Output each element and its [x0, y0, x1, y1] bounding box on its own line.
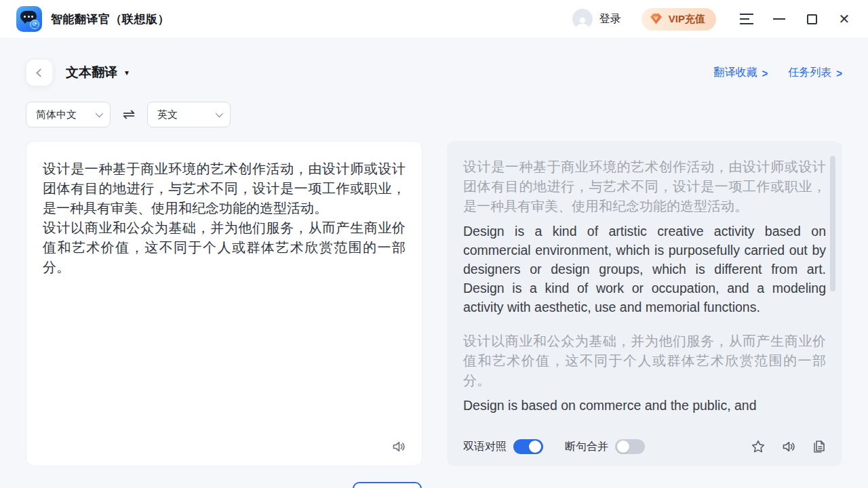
window-controls: ✕ [739, 12, 852, 26]
chevron-right-icon: > [836, 66, 842, 79]
vip-label[interactable]: VIP充值 [669, 13, 705, 26]
result-paragraph-cn: 设计是一种基于商业环境的艺术创作活动，由设计师或设计团体有目的地进行，与艺术不同… [463, 157, 826, 216]
back-button[interactable] [26, 59, 53, 86]
result-paragraph-cn: 设计以商业和公众为基础，并为他们服务，从而产生商业价值和艺术价值，这不同于个人或… [463, 331, 826, 390]
titlebar: ⟳ 智能翻译官（联想版） 登录 V [0, 0, 868, 39]
source-text-panel[interactable]: 设计是一种基于商业环境的艺术创作活动，由设计师或设计团体有目的地进行，与艺术不同… [26, 141, 422, 466]
language-bar: 简体中文 ⇌ 英文 [26, 102, 231, 127]
sentence-merge-toggle-group[interactable]: 断句合并 [565, 439, 645, 454]
avatar-icon[interactable] [572, 9, 593, 29]
sentence-merge-toggle[interactable] [615, 439, 645, 454]
source-text-input[interactable]: 设计是一种基于商业环境的艺术创作活动，由设计师或设计团体有目的地进行，与艺术不同… [26, 142, 422, 277]
result-paragraph-en: Design is a kind of artistic creative ac… [463, 222, 826, 317]
link-task-list[interactable]: 任务列表 > [788, 66, 842, 80]
titlebar-right: 登录 V VIP充值 [572, 8, 852, 30]
result-footer: 双语对照 断句合并 [447, 427, 842, 466]
translation-panels: 设计是一种基于商业环境的艺术创作活动，由设计师或设计团体有目的地进行，与艺术不同… [26, 141, 842, 466]
chat-bubble-tail [22, 20, 28, 24]
main-content: 文本翻译 ▼ 翻译收藏 > 任务列表 > 简体中文 ⇌ 英文 [0, 39, 868, 488]
link-translation-favorites[interactable]: 翻译收藏 > [713, 66, 768, 80]
toggle-label: 断句合并 [565, 440, 608, 454]
translate-button[interactable] [353, 482, 422, 488]
app-logo-icon: ⟳ [16, 6, 42, 32]
vip-recharge-button[interactable]: V VIP充值 [642, 8, 716, 30]
page-title-dropdown[interactable]: 文本翻译 ▼ [66, 64, 130, 81]
source-language-select[interactable]: 简体中文 [26, 102, 111, 127]
result-actions [750, 439, 827, 455]
minimize-icon[interactable] [772, 12, 787, 26]
chevron-down-icon [216, 110, 223, 117]
titlebar-left: ⟳ 智能翻译官（联想版） [16, 6, 170, 32]
nav-row: 文本翻译 ▼ 翻译收藏 > 任务列表 > [26, 59, 842, 86]
favorite-star-icon[interactable] [750, 439, 766, 455]
result-paragraph-en: Design is based on commerce and the publ… [463, 396, 826, 415]
maximize-icon[interactable] [804, 12, 819, 26]
toggle-label: 双语对照 [463, 440, 507, 454]
target-language-select[interactable]: 英文 [147, 102, 231, 127]
chevron-down-icon [96, 110, 103, 117]
swap-languages-icon[interactable]: ⇌ [111, 106, 147, 123]
chevron-right-icon: > [762, 66, 768, 79]
svg-text:V: V [654, 15, 658, 21]
speaker-icon[interactable] [391, 439, 407, 455]
refresh-badge-icon: ⟳ [30, 20, 39, 29]
source-language-value: 简体中文 [36, 108, 77, 121]
login-button[interactable]: 登录 [572, 9, 621, 29]
speaker-icon[interactable] [781, 439, 797, 455]
link-label: 翻译收藏 [713, 66, 757, 80]
copy-icon[interactable] [811, 439, 827, 455]
toggle-knob [529, 441, 541, 453]
caret-down-icon: ▼ [123, 69, 130, 77]
nav-links: 翻译收藏 > 任务列表 > [713, 66, 842, 80]
page-title: 文本翻译 [66, 64, 117, 81]
target-language-value: 英文 [157, 108, 178, 121]
toggle-knob [617, 441, 629, 453]
close-icon[interactable]: ✕ [837, 12, 852, 26]
translation-result-panel: 设计是一种基于商业环境的艺术创作活动，由设计师或设计团体有目的地进行，与艺术不同… [447, 141, 842, 466]
vip-badge-icon: V [648, 12, 664, 26]
bilingual-compare-toggle[interactable] [513, 439, 543, 454]
chevron-left-icon [36, 68, 45, 77]
source-paragraph: 设计是一种基于商业环境的艺术创作活动，由设计师或设计团体有目的地进行，与艺术不同… [43, 159, 406, 218]
scrollbar-thumb[interactable] [830, 156, 835, 291]
menu-icon[interactable] [739, 12, 754, 26]
login-label[interactable]: 登录 [599, 12, 621, 26]
source-paragraph: 设计以商业和公众为基础，并为他们服务，从而产生商业价值和艺术价值，这不同于个人或… [43, 218, 406, 277]
translation-result-text: 设计是一种基于商业环境的艺术创作活动，由设计师或设计团体有目的地进行，与艺术不同… [447, 141, 831, 427]
app-title: 智能翻译官（联想版） [51, 12, 170, 27]
link-label: 任务列表 [788, 66, 831, 80]
bilingual-compare-toggle-group[interactable]: 双语对照 [463, 439, 543, 454]
